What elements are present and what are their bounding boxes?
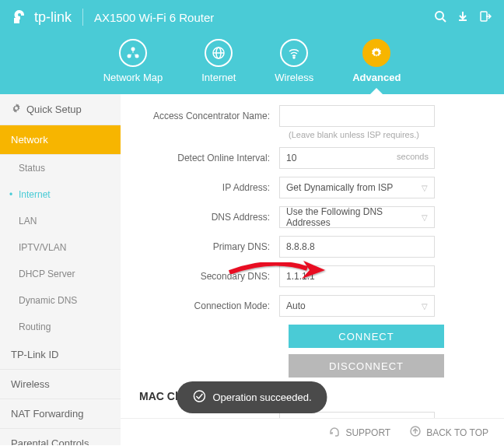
primary-dns-label: Primary DNS:: [139, 241, 279, 252]
footer: SUPPORT BACK TO TOP: [121, 418, 504, 446]
chevron-down-icon: ▽: [422, 184, 428, 192]
footer-label: SUPPORT: [345, 427, 390, 438]
connection-mode-label: Connection Mode:: [139, 300, 279, 311]
svg-point-12: [15, 107, 18, 110]
sidebar: Quick Setup Network Status Internet LAN …: [0, 94, 121, 445]
main-nav: Network Map Internet Wireless Advanced: [0, 34, 504, 94]
internet-icon: [205, 39, 233, 67]
gear-icon: [11, 103, 22, 116]
detect-interval-unit: seconds: [397, 152, 429, 161]
chevron-down-icon: ▽: [422, 302, 428, 311]
sidebar-label: Network: [11, 134, 48, 146]
nav-network-map[interactable]: Network Map: [103, 39, 163, 83]
logout-icon[interactable]: [479, 10, 492, 25]
sidebar-iptv[interactable]: IPTV/VLAN: [0, 234, 121, 261]
sidebar-label: Quick Setup: [26, 104, 82, 115]
sidebar-wireless[interactable]: Wireless: [0, 370, 121, 399]
select-value: Use the Following DNS Addresses: [286, 206, 422, 228]
sidebar-network[interactable]: Network: [0, 125, 121, 155]
nav-wireless[interactable]: Wireless: [275, 39, 313, 83]
secondary-dns-input[interactable]: [279, 265, 435, 287]
access-concentrator-input[interactable]: [279, 105, 435, 127]
sidebar-dhcp[interactable]: DHCP Server: [0, 261, 121, 287]
select-value: Get Dynamically from ISP: [286, 182, 393, 193]
sidebar-status[interactable]: Status: [0, 155, 121, 181]
brand-text: tp-link: [34, 9, 72, 26]
connect-button[interactable]: CONNECT: [289, 325, 444, 348]
wireless-icon: [280, 39, 308, 67]
ip-address-label: IP Address:: [139, 182, 279, 193]
access-concentrator-hint: (Leave blank unless ISP requires.): [289, 130, 485, 139]
dns-address-select[interactable]: Use the Following DNS Addresses ▽: [279, 206, 435, 228]
footer-label: BACK TO TOP: [426, 427, 488, 438]
headset-icon: [328, 425, 341, 440]
disconnect-button[interactable]: DISCONNECT: [289, 354, 444, 378]
svg-point-13: [194, 391, 205, 402]
nav-label: Internet: [201, 72, 236, 83]
svg-rect-0: [14, 18, 19, 23]
network-map-icon: [119, 39, 147, 67]
toast-success: Operation succeeded.: [177, 381, 327, 413]
sidebar-lan[interactable]: LAN: [0, 208, 121, 234]
topbar: tp-link AX1500 Wi-Fi 6 Router: [0, 0, 504, 34]
secondary-dns-label: Secondary DNS:: [139, 271, 279, 282]
svg-point-10: [293, 57, 295, 58]
sidebar-ddns[interactable]: Dynamic DNS: [0, 287, 121, 314]
sidebar-internet[interactable]: Internet: [0, 181, 121, 208]
advanced-icon: [362, 39, 390, 67]
svg-rect-3: [481, 12, 487, 21]
select-value: Auto: [286, 300, 306, 311]
dns-address-label: DNS Address:: [139, 212, 279, 223]
primary-dns-input[interactable]: [279, 236, 435, 258]
access-concentrator-label: Access Concentrator Name:: [139, 111, 279, 121]
search-icon[interactable]: [434, 10, 446, 25]
firmware-icon[interactable]: [457, 11, 468, 24]
detect-interval-label: Detect Online Interval:: [139, 153, 279, 163]
nav-label: Network Map: [103, 72, 163, 83]
svg-point-11: [375, 51, 379, 55]
support-button[interactable]: SUPPORT: [328, 425, 390, 440]
sidebar-parental[interactable]: Parental Controls: [0, 429, 121, 445]
header: tp-link AX1500 Wi-Fi 6 Router Network Ma…: [0, 0, 504, 94]
back-to-top-button[interactable]: BACK TO TOP: [409, 425, 488, 440]
svg-line-2: [443, 19, 446, 22]
chevron-down-icon: ▽: [422, 213, 428, 222]
svg-point-4: [131, 47, 135, 51]
nav-advanced[interactable]: Advanced: [352, 39, 401, 83]
brand-logo: tp-link: [12, 9, 72, 26]
check-circle-icon: [192, 389, 206, 406]
connection-mode-select[interactable]: Auto ▽: [279, 295, 435, 317]
sidebar-routing[interactable]: Routing: [0, 314, 121, 340]
arrow-up-circle-icon: [409, 425, 422, 440]
sidebar-quick-setup[interactable]: Quick Setup: [0, 94, 121, 125]
tplink-logo-icon: [12, 9, 30, 26]
toast-message: Operation succeeded.: [212, 392, 311, 403]
sidebar-tplink-id[interactable]: TP-Link ID: [0, 340, 121, 370]
ip-address-select[interactable]: Get Dynamically from ISP ▽: [279, 177, 435, 198]
nav-label: Wireless: [275, 72, 313, 83]
product-name: AX1500 Wi-Fi 6 Router: [94, 11, 214, 24]
nav-internet[interactable]: Internet: [201, 39, 236, 83]
svg-point-1: [436, 12, 443, 19]
nav-label: Advanced: [352, 72, 401, 83]
sidebar-nat[interactable]: NAT Forwarding: [0, 399, 121, 429]
divider: [82, 9, 83, 26]
